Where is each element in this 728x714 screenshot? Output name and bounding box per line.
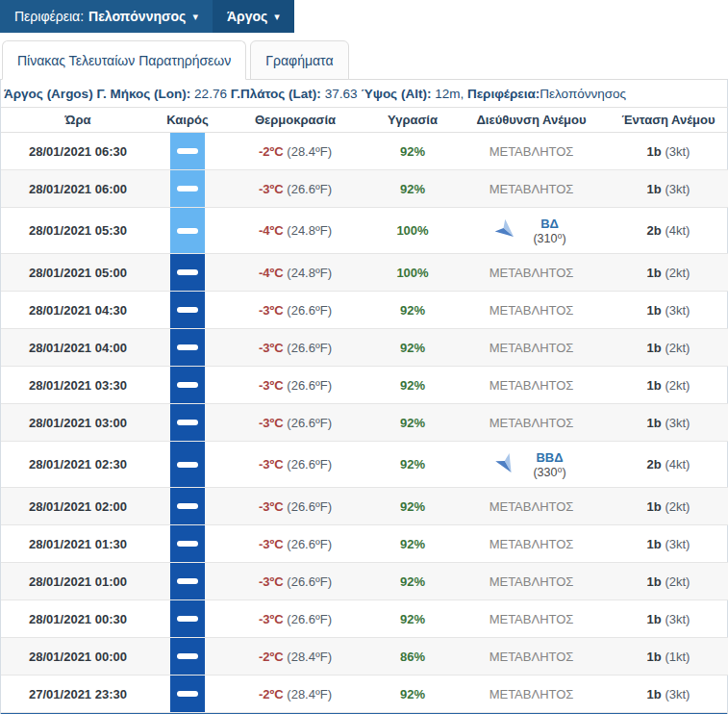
wind-intensity-beaufort: 1b bbox=[647, 499, 662, 514]
table-row: 28/01/2021 06:30-2ºC (28.4ºF)92%ΜΕΤΑΒΛΗΤ… bbox=[1, 133, 728, 170]
weather-condition-icon bbox=[170, 525, 205, 562]
wind-direction-cell: ΒΔ(310⁰) bbox=[455, 217, 608, 245]
observation-time: 28/01/2021 06:00 bbox=[29, 182, 127, 196]
temperature-celsius: -3ºC bbox=[259, 378, 284, 393]
wind-intensity-knots: (3kt) bbox=[662, 303, 690, 318]
column-header: Καιρός bbox=[155, 108, 220, 133]
cloud-dash-glyph bbox=[177, 148, 198, 154]
humidity-value: 92% bbox=[400, 378, 425, 393]
temperature-fahrenheit: (24.8ºF) bbox=[284, 266, 332, 280]
table-row: 28/01/2021 03:30-3ºC (26.6ºF)92%ΜΕΤΑΒΛΗΤ… bbox=[1, 367, 728, 404]
wind-direction-variable: ΜΕΤΑΒΛΗΤΟΣ bbox=[490, 303, 574, 318]
temperature-fahrenheit: (26.6ºF) bbox=[284, 182, 332, 196]
wind-direction-variable: ΜΕΤΑΒΛΗΤΟΣ bbox=[490, 182, 574, 196]
temperature-celsius: -3ºC bbox=[259, 537, 284, 551]
wind-intensity-beaufort: 1b bbox=[647, 574, 662, 589]
observation-time: 27/01/2021 23:30 bbox=[29, 687, 127, 701]
temperature-celsius: -3ºC bbox=[259, 574, 284, 589]
station-name: Άργος (Argos) bbox=[4, 87, 93, 101]
cloud-dash-glyph bbox=[177, 541, 198, 547]
temperature-celsius: -2ºC bbox=[259, 144, 284, 159]
column-header: Θερμοκρασία bbox=[220, 108, 370, 133]
wind-direction-arrow-icon bbox=[492, 216, 522, 245]
temperature-celsius: -3ºC bbox=[259, 499, 284, 514]
observation-time: 28/01/2021 05:00 bbox=[29, 266, 127, 280]
lat-label: Γ.Πλάτος (Lat): bbox=[231, 87, 321, 101]
temperature-fahrenheit: (26.6ºF) bbox=[284, 457, 332, 472]
column-header: Διεύθυνση Ανέμου bbox=[455, 108, 608, 133]
cloud-dash-glyph bbox=[177, 616, 198, 622]
wind-direction-variable: ΜΕΤΑΒΛΗΤΟΣ bbox=[490, 612, 574, 626]
table-row: 28/01/2021 00:30-3ºC (26.6ºF)92%ΜΕΤΑΒΛΗΤ… bbox=[1, 600, 728, 638]
wind-intensity-beaufort: 1b bbox=[647, 416, 662, 430]
table-row: 28/01/2021 05:30-4ºC (24.8ºF)100%ΒΔ(310⁰… bbox=[1, 208, 728, 254]
column-header: Ώρα bbox=[1, 108, 155, 133]
cloud-dash-glyph bbox=[177, 382, 198, 388]
temperature-fahrenheit: (26.6ºF) bbox=[284, 341, 332, 355]
observation-time: 28/01/2021 04:00 bbox=[29, 341, 127, 355]
station-dropdown[interactable]: Άργος ▾ bbox=[213, 0, 294, 33]
region-dropdown[interactable]: Περιφέρεια: Πελοπόννησος ▾ bbox=[0, 0, 213, 33]
weather-condition-icon bbox=[170, 329, 205, 366]
humidity-value: 92% bbox=[400, 182, 425, 196]
humidity-value: 92% bbox=[400, 537, 425, 551]
cloud-dash-glyph bbox=[177, 186, 198, 191]
weather-condition-icon bbox=[170, 170, 205, 207]
temperature-fahrenheit: (28.4ºF) bbox=[284, 687, 332, 701]
temperature-celsius: -3ºC bbox=[259, 457, 284, 472]
humidity-value: 92% bbox=[400, 341, 425, 355]
wind-intensity-knots: (3kt) bbox=[662, 144, 690, 159]
wind-intensity-knots: (4kt) bbox=[662, 457, 690, 472]
humidity-value: 86% bbox=[400, 650, 425, 664]
humidity-value: 92% bbox=[400, 144, 425, 159]
observation-time: 28/01/2021 01:00 bbox=[29, 574, 127, 589]
cloud-dash-glyph bbox=[177, 503, 198, 509]
wind-direction-variable: ΜΕΤΑΒΛΗΤΟΣ bbox=[490, 574, 574, 589]
humidity-value: 92% bbox=[400, 499, 425, 514]
weather-condition-icon bbox=[170, 404, 205, 441]
temperature-celsius: -3ºC bbox=[259, 303, 284, 318]
table-row: 28/01/2021 02:00-3ºC (26.6ºF)92%ΜΕΤΑΒΛΗΤ… bbox=[1, 488, 728, 525]
table-row: 28/01/2021 06:00-3ºC (26.6ºF)92%ΜΕΤΑΒΛΗΤ… bbox=[1, 170, 728, 208]
wind-direction-variable: ΜΕΤΑΒΛΗΤΟΣ bbox=[490, 341, 574, 355]
humidity-value: 92% bbox=[400, 612, 425, 626]
wind-direction-degrees: (330⁰) bbox=[533, 465, 565, 479]
wind-direction-variable: ΜΕΤΑΒΛΗΤΟΣ bbox=[490, 687, 574, 701]
temperature-celsius: -4ºC bbox=[259, 223, 284, 238]
region-dropdown-label: Περιφέρεια: bbox=[14, 9, 84, 24]
wind-direction-variable: ΜΕΤΑΒΛΗΤΟΣ bbox=[490, 499, 574, 514]
weather-condition-icon bbox=[170, 367, 205, 403]
temperature-fahrenheit: (26.6ºF) bbox=[284, 537, 332, 551]
table-row: 28/01/2021 05:00-4ºC (24.8ºF)100%ΜΕΤΑΒΛΗ… bbox=[1, 254, 728, 292]
humidity-value: 92% bbox=[400, 457, 425, 472]
wind-direction-variable: ΜΕΤΑΒΛΗΤΟΣ bbox=[490, 537, 574, 551]
tab-charts[interactable]: Γραφήματα bbox=[250, 40, 348, 80]
wind-intensity-knots: (3kt) bbox=[662, 537, 690, 551]
temperature-fahrenheit: (26.6ºF) bbox=[284, 378, 332, 393]
weather-condition-icon bbox=[170, 208, 205, 253]
lon-value: 22.76 bbox=[194, 87, 227, 101]
wind-intensity-knots: (2kt) bbox=[662, 266, 690, 280]
observations-table: ΏραΚαιρόςΘερμοκρασίαΥγρασίαΔιεύθυνση Ανέ… bbox=[1, 107, 728, 713]
wind-direction-cell: ΒΒΔ(330⁰) bbox=[455, 450, 608, 479]
wind-intensity-beaufort: 2b bbox=[647, 223, 662, 238]
observation-time: 28/01/2021 06:30 bbox=[29, 144, 127, 159]
temperature-celsius: -2ºC bbox=[259, 650, 284, 664]
wind-intensity-beaufort: 1b bbox=[647, 537, 662, 551]
observation-time: 28/01/2021 00:30 bbox=[29, 612, 127, 626]
tab-observations-table[interactable]: Πίνακας Τελευταίων Παρατηρήσεων bbox=[2, 40, 246, 80]
table-row: 28/01/2021 02:30-3ºC (26.6ºF)92%ΒΒΔ(330⁰… bbox=[1, 442, 728, 488]
chevron-down-icon: ▾ bbox=[192, 11, 198, 23]
wind-intensity-beaufort: 1b bbox=[647, 687, 662, 701]
wind-intensity-beaufort: 1b bbox=[647, 182, 662, 196]
table-row: 28/01/2021 00:00-2ºC (28.4ºF)86%ΜΕΤΑΒΛΗΤ… bbox=[1, 638, 728, 676]
table-row: 28/01/2021 04:30-3ºC (26.6ºF)92%ΜΕΤΑΒΛΗΤ… bbox=[1, 292, 728, 329]
temperature-celsius: -3ºC bbox=[259, 612, 284, 626]
wind-intensity-knots: (3kt) bbox=[662, 687, 690, 701]
wind-intensity-beaufort: 1b bbox=[647, 303, 662, 318]
table-row: 28/01/2021 03:00-3ºC (26.6ºF)92%ΜΕΤΑΒΛΗΤ… bbox=[1, 404, 728, 442]
region-value: Πελοπόννησος bbox=[540, 87, 626, 101]
column-header: Υγρασία bbox=[370, 108, 455, 133]
temperature-celsius: -3ºC bbox=[259, 416, 284, 430]
temperature-celsius: -3ºC bbox=[259, 341, 284, 355]
